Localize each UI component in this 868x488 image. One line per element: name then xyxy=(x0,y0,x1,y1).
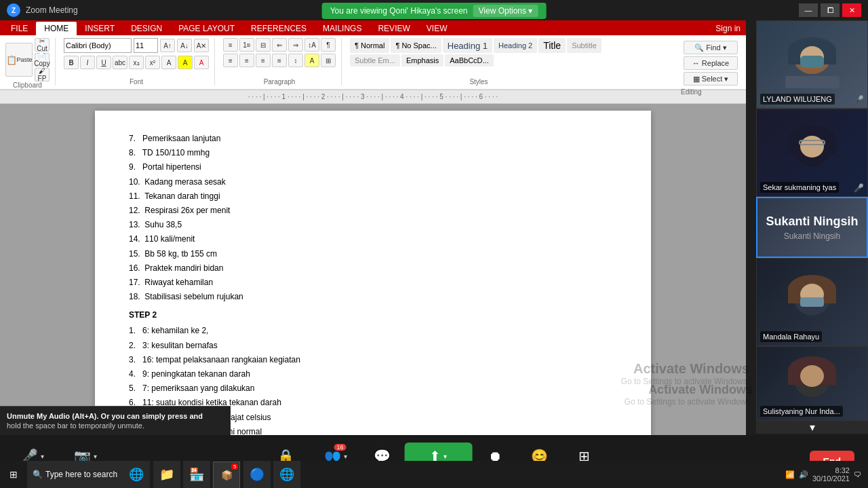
copy-button[interactable]: 📄 Copy xyxy=(35,53,50,67)
style-heading2[interactable]: Heading 2 xyxy=(494,38,537,53)
italic-button[interactable]: I xyxy=(80,56,95,69)
tab-file[interactable]: FILE xyxy=(3,22,36,35)
style-heading1[interactable]: Heading 1 xyxy=(443,38,492,53)
bullets-button[interactable]: ≡ xyxy=(223,38,238,52)
taskbar-dropbox-icon[interactable]: 📦 5 xyxy=(213,462,240,489)
align-right-button[interactable]: ≡ xyxy=(256,54,271,67)
taskbar-store-icon[interactable]: 🏪 xyxy=(183,461,210,488)
align-left-button[interactable]: ≡ xyxy=(223,54,238,67)
style-no-space[interactable]: ¶ No Spac... xyxy=(391,38,441,53)
font-controls: A↑ A↓ A✕ B I U abc x₂ x² A A A xyxy=(64,38,209,69)
taskbar-chrome-icon[interactable]: 🌐 xyxy=(273,461,300,488)
find-button[interactable]: 🔍 Find ▾ xyxy=(684,41,738,54)
superscript-button[interactable]: x² xyxy=(145,56,160,69)
underline-button[interactable]: U xyxy=(96,56,111,69)
scroll-down-button[interactable]: ▾ xyxy=(756,421,868,434)
participant-name: Sulistyaning Nur Inda... xyxy=(760,406,843,417)
list-item: 11. Tekanan darah tinggi xyxy=(129,190,617,203)
cut-button[interactable]: ✂ Cut xyxy=(35,38,50,52)
taskbar-zoom-icon[interactable]: 🔵 xyxy=(243,461,271,488)
list-item: 4. 9: peningkatan tekanan darah xyxy=(129,368,617,381)
list-item: 17. Riwayat kehamilan xyxy=(129,276,617,289)
show-formatting-button[interactable]: ¶ xyxy=(321,38,336,52)
ribbon-tab-bar: FILE HOME INSERT DESIGN PAGE LAYOUT REFE… xyxy=(0,19,746,35)
clear-format-button[interactable]: A✕ xyxy=(194,39,209,52)
paragraph-group: ≡ 1≡ ⊟ ⇐ ⇒ ↕A ¶ ≡ ≡ ≡ ≡ ↕ A xyxy=(223,38,342,86)
tab-home[interactable]: HOME xyxy=(36,22,77,35)
tab-view[interactable]: VIEW xyxy=(418,22,456,35)
replace-button[interactable]: ↔ Replace xyxy=(684,56,738,70)
time-display: 8:32 xyxy=(812,466,850,474)
list-item: 8. TD 150/110 mmhg xyxy=(129,147,617,159)
style-subtle-em[interactable]: Subtle Em... xyxy=(350,54,400,67)
styles-list: ¶ Normal ¶ No Spac... Heading 1 Heading … xyxy=(350,38,608,67)
banner-text: You are viewing Qoni' Hikaya's screen xyxy=(330,6,468,16)
line-spacing-button[interactable]: ↕ xyxy=(288,54,303,67)
strikethrough-button[interactable]: abc xyxy=(113,56,127,69)
increase-indent-button[interactable]: ⇒ xyxy=(288,38,303,52)
style-more[interactable]: AaBbCcD... xyxy=(445,54,493,67)
zoom-minimize-button[interactable]: — xyxy=(799,3,818,17)
shading-button[interactable]: A xyxy=(304,54,319,67)
text-effects-button[interactable]: A xyxy=(161,56,176,69)
list-item: 5. 7: pemeriksaan yang dilakukan xyxy=(129,382,617,395)
borders-button[interactable]: ⊞ xyxy=(321,54,336,67)
bold-button[interactable]: B xyxy=(64,56,79,69)
font-size-selector[interactable] xyxy=(134,38,158,53)
multilevel-button[interactable]: ⊟ xyxy=(256,38,271,52)
taskbar-edge-icon[interactable]: 🌐 xyxy=(123,461,150,488)
grow-font-button[interactable]: A↑ xyxy=(160,39,175,52)
font-family-selector[interactable] xyxy=(64,38,132,53)
participant-card: Mandala Rahayu xyxy=(756,258,868,346)
document-area[interactable]: 7. Pemeriksaan lanjutan 8. TD 150/110 mm… xyxy=(0,104,746,458)
align-center-button[interactable]: ≡ xyxy=(239,54,254,67)
tab-page-layout[interactable]: PAGE LAYOUT xyxy=(170,22,243,35)
participant-card: Sukanti Ningsih Sukanti Ningsih xyxy=(756,197,868,258)
view-options-button[interactable]: View Options ▾ xyxy=(473,5,538,17)
style-title[interactable]: Title xyxy=(538,38,566,53)
subscript-button[interactable]: x₂ xyxy=(129,56,144,69)
windows-taskbar: ⊞ 🔍 Type here to search 🌐 📁 🏪 📦 5 🔵 🌐 📶 … xyxy=(0,461,868,488)
decrease-indent-button[interactable]: ⇐ xyxy=(272,38,287,52)
sort-button[interactable]: ↕A xyxy=(304,38,319,52)
clipboard-small-buttons: ✂ Cut 📄 Copy 🖌 FP xyxy=(35,38,50,81)
paste-button[interactable]: 📋Paste xyxy=(5,43,33,77)
list-item: 16. Praktek mandiri bidan xyxy=(129,262,617,275)
tab-design[interactable]: DESIGN xyxy=(123,22,170,35)
ribbon-content: 📋Paste ✂ Cut 📄 Copy 🖌 FP Clipboard A↑ xyxy=(0,35,746,90)
tab-references[interactable]: REFERENCES xyxy=(243,22,315,35)
zoom-maximize-button[interactable]: ⧠ xyxy=(821,3,840,17)
styles-group: ¶ Normal ¶ No Spac... Heading 1 Heading … xyxy=(350,38,613,86)
participant-name: LYLAND WILUJENG xyxy=(760,94,835,105)
zoom-close-button[interactable]: ✕ xyxy=(842,3,861,17)
font-color-button[interactable]: A xyxy=(194,56,209,69)
style-normal[interactable]: ¶ Normal xyxy=(350,38,389,53)
sound-icon: 🔊 xyxy=(799,470,808,479)
sign-in[interactable]: Sign in xyxy=(710,22,746,35)
select-button[interactable]: ▦ Select ▾ xyxy=(684,72,738,86)
style-emphasis[interactable]: Emphasis xyxy=(401,54,443,67)
font-group: A↑ A↓ A✕ B I U abc x₂ x² A A A xyxy=(64,38,215,86)
start-button[interactable]: ⊞ xyxy=(0,461,27,488)
justify-button[interactable]: ≡ xyxy=(272,54,287,67)
list-item: 10. Kadang merasa sesak xyxy=(129,176,617,189)
participant-card: LYLAND WILUJENG 🎤 xyxy=(756,20,868,109)
list-item: 12. Respirasi 26x per menit xyxy=(129,204,617,217)
participant-display-name: Sukanti Ningsih xyxy=(766,214,858,229)
unmute-detail: hold the space bar to temporarily unmute… xyxy=(7,421,224,430)
tab-insert[interactable]: INSERT xyxy=(77,22,123,35)
tab-mailings[interactable]: MAILINGS xyxy=(315,22,370,35)
numbering-button[interactable]: 1≡ xyxy=(239,38,254,52)
format-painter-button[interactable]: 🖌 FP xyxy=(35,68,50,81)
list-item: 2. 3: kesulitan bernafas xyxy=(129,339,617,352)
style-subtitle[interactable]: Subtitle xyxy=(567,38,601,53)
list-item: 18. Stabilisasi sebelum rujukan xyxy=(129,290,617,303)
tab-review[interactable]: REVIEW xyxy=(370,22,418,35)
shrink-font-button[interactable]: A↓ xyxy=(177,39,192,52)
network-icon: 📶 xyxy=(785,470,795,479)
clipboard-group: 📋Paste ✂ Cut 📄 Copy 🖌 FP Clipboard xyxy=(5,38,56,86)
search-taskbar[interactable]: 🔍 Type here to search xyxy=(27,461,123,488)
taskbar-apps: 🌐 📁 🏪 📦 5 🔵 🌐 xyxy=(123,461,778,489)
text-highlight-button[interactable]: A xyxy=(178,56,193,69)
taskbar-folder-icon[interactable]: 📁 xyxy=(153,461,180,488)
